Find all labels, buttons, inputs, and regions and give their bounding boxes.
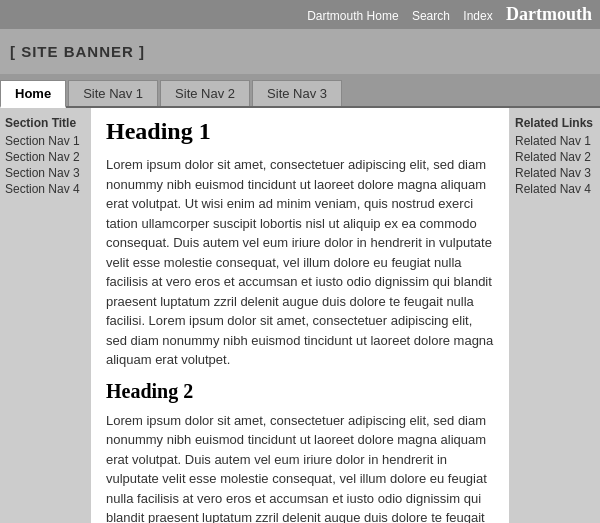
left-sidebar: Section Title Section Nav 1 Section Nav … bbox=[0, 108, 90, 523]
sidebar-item-section-nav-2[interactable]: Section Nav 2 bbox=[5, 150, 85, 164]
index-link[interactable]: Index bbox=[463, 9, 492, 23]
content-area: Section Title Section Nav 1 Section Nav … bbox=[0, 108, 600, 523]
paragraph-2: Lorem ipsum dolor sit amet, consectetuer… bbox=[106, 411, 494, 524]
tab-home[interactable]: Home bbox=[0, 80, 66, 108]
related-nav-4[interactable]: Related Nav 4 bbox=[515, 182, 595, 196]
dartmouth-logo: Dartmouth bbox=[506, 4, 592, 24]
related-nav-1[interactable]: Related Nav 1 bbox=[515, 134, 595, 148]
main-nav: Home Site Nav 1 Site Nav 2 Site Nav 3 bbox=[0, 74, 600, 108]
tab-site-nav-1[interactable]: Site Nav 1 bbox=[68, 80, 158, 106]
main-content: Heading 1 Lorem ipsum dolor sit amet, co… bbox=[90, 108, 510, 523]
site-banner: [ SITE BANNER ] bbox=[0, 29, 600, 74]
banner-text: [ SITE BANNER ] bbox=[10, 43, 145, 60]
top-nav-bar: Dartmouth Home Search Index Dartmouth bbox=[0, 0, 600, 29]
heading-1: Heading 1 bbox=[106, 118, 494, 145]
sidebar-item-section-nav-1[interactable]: Section Nav 1 bbox=[5, 134, 85, 148]
related-nav-2[interactable]: Related Nav 2 bbox=[515, 150, 595, 164]
sidebar-item-section-nav-4[interactable]: Section Nav 4 bbox=[5, 182, 85, 196]
tab-site-nav-3[interactable]: Site Nav 3 bbox=[252, 80, 342, 106]
dartmouth-home-link[interactable]: Dartmouth Home bbox=[307, 9, 398, 23]
related-links-title: Related Links bbox=[515, 116, 595, 130]
section-title: Section Title bbox=[5, 116, 85, 130]
paragraph-1: Lorem ipsum dolor sit amet, consectetuer… bbox=[106, 155, 494, 370]
tab-site-nav-2[interactable]: Site Nav 2 bbox=[160, 80, 250, 106]
related-nav-3[interactable]: Related Nav 3 bbox=[515, 166, 595, 180]
heading-2: Heading 2 bbox=[106, 380, 494, 403]
search-link[interactable]: Search bbox=[412, 9, 450, 23]
sidebar-item-section-nav-3[interactable]: Section Nav 3 bbox=[5, 166, 85, 180]
right-sidebar: Related Links Related Nav 1 Related Nav … bbox=[510, 108, 600, 523]
